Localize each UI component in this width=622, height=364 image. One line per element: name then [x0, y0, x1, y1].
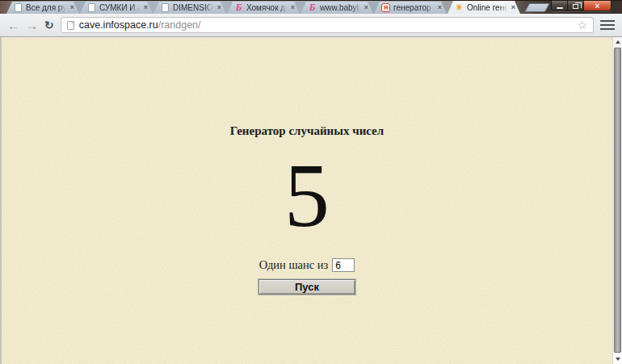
reload-icon[interactable]: ↻ — [44, 19, 54, 31]
restore-button[interactable] — [568, 1, 584, 11]
tab-homyachok[interactable]: Б Хомячок де × — [227, 2, 300, 14]
page-title: Генератор случайных чисел — [230, 124, 384, 138]
tab-close-icon[interactable]: × — [217, 4, 221, 11]
babyblog-icon: Б — [234, 3, 243, 12]
window-controls: × — [551, 1, 611, 11]
page-icon — [87, 3, 96, 12]
page-icon — [14, 3, 23, 12]
bookmark-star-icon[interactable]: ☆ — [577, 19, 587, 31]
back-icon[interactable]: ← — [7, 19, 19, 31]
chance-row: Один шанс из — [259, 258, 355, 272]
new-tab-button[interactable] — [524, 3, 550, 12]
tab-close-icon[interactable]: × — [364, 4, 368, 11]
random-number-result: 5 — [284, 157, 330, 234]
close-button[interactable]: × — [584, 1, 611, 11]
tab-title: Online генер — [467, 3, 508, 12]
browser-window: Все для рук × СУМКИ И А × DIMENSION × Б … — [0, 0, 622, 364]
tabs-container: Все для рук × СУМКИ И А × DIMENSION × Б … — [6, 1, 548, 14]
page-security-icon — [67, 21, 74, 30]
url-host: cave.infospace.ru — [79, 19, 158, 31]
sun-icon: ☀ — [455, 3, 464, 12]
tab-dimensions[interactable]: DIMENSION × — [153, 2, 226, 14]
babyblog-icon: Б — [308, 3, 317, 12]
tab-title: СУМКИ И А — [99, 3, 141, 12]
scrollbar-thumb[interactable] — [614, 48, 621, 353]
chance-label: Один шанс из — [259, 258, 329, 272]
chance-input[interactable] — [332, 258, 355, 272]
minimize-button[interactable] — [552, 1, 568, 11]
scroll-down-arrow-icon[interactable] — [613, 354, 622, 364]
tab-close-icon[interactable]: × — [438, 4, 442, 11]
tab-title: генератор с — [393, 3, 435, 12]
yandex-icon: Я — [381, 3, 390, 12]
tab-close-icon[interactable]: × — [144, 4, 148, 11]
tab-close-icon[interactable]: × — [291, 4, 295, 11]
forward-icon[interactable]: → — [26, 19, 38, 31]
scroll-up-arrow-icon[interactable] — [613, 37, 622, 47]
tab-close-icon[interactable]: × — [511, 4, 515, 11]
url-path: /randgen/ — [158, 19, 201, 31]
tab-title: Хомячок де — [246, 3, 288, 12]
browser-toolbar: ← → ↻ cave.infospace.ru/randgen/ ☆ — [0, 14, 622, 37]
tab-yandex-search[interactable]: Я генератор с × — [374, 2, 447, 14]
tab-online-generator-active[interactable]: ☀ Online генер × — [448, 1, 520, 14]
tab-title: Все для рук — [26, 3, 67, 12]
page-icon — [161, 3, 170, 12]
page-content: Генератор случайных чисел 5 Один шанс из… — [0, 37, 622, 364]
tab-sumki[interactable]: СУМКИ И А × — [80, 2, 153, 14]
run-button[interactable]: Пуск — [258, 279, 355, 295]
tab-babyblog[interactable]: Б www.babybl × — [300, 2, 373, 14]
url-text: cave.infospace.ru/randgen/ — [79, 19, 201, 31]
menu-hamburger-icon[interactable] — [600, 20, 615, 30]
tab-strip: Все для рук × СУМКИ И А × DIMENSION × Б … — [0, 0, 622, 14]
tab-title: www.babybl — [320, 3, 361, 12]
tab-close-icon[interactable]: × — [70, 4, 74, 11]
tab-title: DIMENSION — [173, 3, 214, 12]
vertical-scrollbar[interactable] — [612, 37, 622, 364]
tab-vse-dlya-rukodeliya[interactable]: Все для рук × — [6, 2, 79, 14]
address-bar[interactable]: cave.infospace.ru/randgen/ ☆ — [61, 17, 594, 33]
